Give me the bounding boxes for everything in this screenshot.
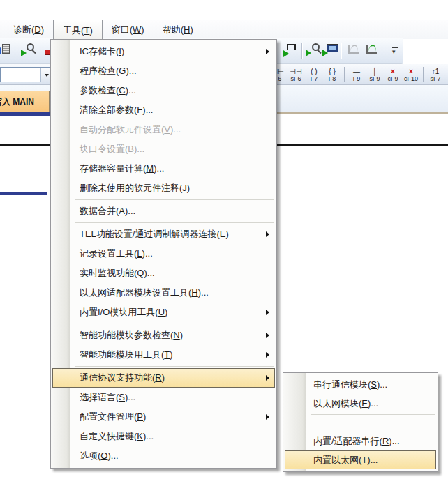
submenu-arrow-icon bbox=[266, 333, 269, 338]
menubar-item[interactable]: 帮助(H) bbox=[154, 20, 202, 39]
menu-bar: 诊断(D)工具(T)窗口(W)帮助(H) bbox=[0, 20, 448, 39]
submenu-arrow-icon bbox=[266, 49, 269, 54]
toolbar-overflow-icon[interactable]: ▾ bbox=[388, 41, 406, 59]
submenu-arrow-icon bbox=[266, 310, 269, 315]
menu-item[interactable]: 程序检查(G)... bbox=[52, 61, 275, 81]
monitor-start-icon[interactable] bbox=[21, 41, 39, 59]
menu-item[interactable]: 选项(O)... bbox=[52, 446, 275, 466]
toolbar-separator bbox=[341, 65, 348, 84]
menu-item[interactable]: TEL功能设置/通过调制解调器连接(E) bbox=[52, 225, 275, 244]
tools-menu-panel: IC存储卡(I) 程序检查(G)... 参数检查(C)... 清除全部参数(F)… bbox=[50, 39, 277, 469]
toolbar-combobox[interactable] bbox=[0, 67, 54, 82]
submenu-arrow-icon bbox=[266, 414, 269, 420]
menu-item[interactable]: 以太网适配器模块设置工具(H)... bbox=[52, 283, 275, 303]
menu-item[interactable]: 智能功能模块参数检查(N) bbox=[52, 326, 275, 345]
menu-item[interactable]: 串行通信模块(S)... bbox=[285, 375, 436, 394]
menu-item[interactable]: 内置/适配器串行(R)... bbox=[285, 432, 436, 450]
ladder-symbol-button[interactable]: × cF9 bbox=[384, 65, 402, 84]
menu-item[interactable]: 删除未使用的软元件注释(J) bbox=[52, 178, 275, 198]
menu-item[interactable]: 参数检查(C)... bbox=[52, 81, 275, 100]
submenu-arrow-icon bbox=[266, 375, 269, 381]
app-window: { "colors": { "highlight_fill": "#F9E1A0… bbox=[0, 0, 448, 479]
menu-item[interactable]: 清除全部参数(F)... bbox=[52, 100, 275, 120]
protocol-submenu-panel: 串行通信模块(S)... 以太网模块(E)... 内置/适配器串行(R)... … bbox=[283, 372, 438, 472]
menu-item[interactable]: 配置文件管理(P) bbox=[52, 407, 275, 427]
watch-window-icon[interactable] bbox=[306, 41, 324, 59]
tab-label: 写入 MAIN bbox=[0, 91, 34, 112]
ladder-symbol-button[interactable]: × cF10 bbox=[402, 65, 420, 84]
menu-item[interactable]: 自动分配软元件设置(V)... bbox=[52, 120, 275, 139]
tab-write-main[interactable]: 写入 MAIN bbox=[0, 91, 50, 112]
chart-disabled-icon[interactable] bbox=[345, 41, 363, 59]
ladder-symbol-button[interactable]: ↑1 sF7 bbox=[426, 65, 445, 84]
menu-item[interactable]: 记录设置工具(L)... bbox=[52, 244, 275, 264]
menu-item[interactable]: 块口令设置(B)... bbox=[52, 139, 275, 159]
menu-item[interactable]: 实时监视功能(Q)... bbox=[52, 264, 275, 283]
combobox-field[interactable] bbox=[1, 68, 40, 82]
menu-item[interactable]: 自定义快捷键(K)... bbox=[52, 427, 275, 446]
toolbar-separator bbox=[420, 65, 426, 84]
ladder-buttons: ⊣⊢ F6 ⊣⊣ sF6 ( ) F7 { } F8 — F9 bbox=[269, 65, 445, 84]
menu-item[interactable]: 通信协议支持功能(R) bbox=[52, 368, 275, 388]
ladder-symbol-button[interactable]: ( ) F7 bbox=[305, 65, 323, 84]
menubar-item[interactable]: 窗口(W) bbox=[103, 20, 154, 39]
menu-item[interactable]: 以太网模块(E)... bbox=[285, 394, 436, 413]
plc-read-icon[interactable] bbox=[0, 41, 13, 59]
menu-item[interactable]: 选择语言(S)... bbox=[52, 388, 275, 407]
menu-item[interactable]: 存储器容量计算(M)... bbox=[52, 159, 275, 178]
ladder-symbol-button[interactable]: ⊣⊣ sF6 bbox=[287, 65, 305, 84]
menu-item[interactable]: IC存储卡(I) bbox=[52, 42, 275, 61]
submenu-arrow-icon bbox=[266, 352, 269, 358]
ladder-symbol-button[interactable]: │ sF9 bbox=[366, 65, 384, 84]
toolbar-separator bbox=[301, 43, 302, 59]
menu-separator bbox=[285, 413, 436, 432]
ladder-cursor-line bbox=[0, 192, 47, 195]
menubar-item[interactable]: 工具(T) bbox=[53, 20, 103, 39]
chart-icon[interactable] bbox=[363, 41, 381, 59]
active-tab-underline bbox=[0, 112, 50, 116]
submenu-arrow-icon bbox=[266, 231, 269, 237]
menu-item[interactable]: 内置以太网(T)... bbox=[285, 450, 436, 469]
menu-item[interactable]: 数据合并(A)... bbox=[52, 202, 275, 221]
ladder-symbol-button[interactable]: { } F8 bbox=[323, 65, 341, 84]
ladder-symbol-button[interactable]: — F9 bbox=[348, 65, 366, 84]
menubar-item[interactable]: 诊断(D) bbox=[4, 20, 53, 39]
menu-item[interactable]: 内置I/O模块用工具(U) bbox=[52, 303, 275, 322]
logging-icon[interactable] bbox=[283, 41, 301, 59]
monitor-screen-icon[interactable] bbox=[322, 41, 341, 59]
toolbar-separator bbox=[341, 43, 341, 59]
menu-item[interactable]: 智能功能模块用工具(T) bbox=[52, 345, 275, 365]
